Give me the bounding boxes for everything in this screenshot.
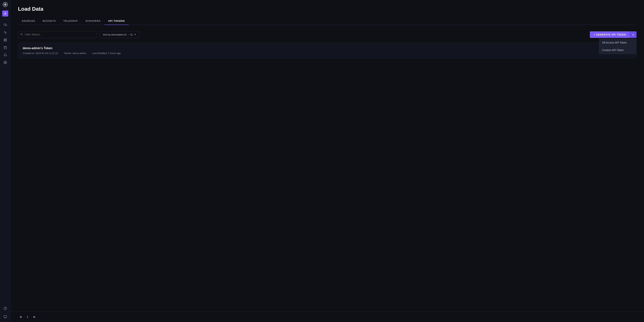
app-logo — [2, 2, 8, 8]
sidebar-item-tasks[interactable] — [2, 44, 8, 51]
dropdown-item-all-access[interactable]: All Access API Token — [599, 39, 636, 46]
page-number: 1 — [25, 314, 30, 319]
sidebar-item-pages[interactable] — [2, 313, 8, 320]
tab-telegraf[interactable]: TELEGRAF — [60, 17, 82, 25]
generate-api-token-caret[interactable]: ▲ — [630, 31, 636, 38]
svg-point-17 — [20, 33, 22, 35]
tab-buckets[interactable]: BUCKETS — [39, 17, 60, 25]
tabs-bar: SOURCES BUCKETS TELEGRAF SCRAPERS API TO… — [18, 17, 636, 25]
svg-rect-4 — [6, 39, 6, 40]
page-title: Load Data — [18, 6, 636, 12]
sidebar-item-explorer[interactable] — [2, 29, 8, 36]
svg-rect-3 — [4, 39, 5, 40]
token-list: demo-admin's Token Created at: 2024-01-0… — [18, 43, 636, 60]
next-page-button[interactable]: ▶ — [32, 314, 37, 319]
svg-rect-14 — [4, 315, 6, 317]
caret-up-icon: ▲ — [632, 33, 634, 36]
sidebar-item-dashboards[interactable] — [2, 37, 8, 43]
svg-rect-5 — [6, 40, 6, 41]
tab-sources[interactable]: SOURCES — [18, 17, 39, 25]
search-wrapper — [18, 31, 97, 38]
sort-label: Sort by Description (A → Z) — [103, 33, 132, 36]
sidebar: d — [0, 0, 10, 322]
user-avatar[interactable]: d — [2, 11, 8, 17]
dropdown-item-custom[interactable]: Custom API Token — [599, 46, 636, 54]
generate-btn-label: + GENERATE API TOKEN — [594, 33, 626, 36]
sidebar-item-upload[interactable] — [2, 22, 8, 28]
sidebar-divider-top — [2, 20, 8, 20]
toolbar: Sort by Description (A → Z) ▼ + GENERATE… — [18, 31, 636, 38]
token-created-at: Created at: 2024-01-04 11:21:12 — [23, 52, 58, 55]
search-icon — [20, 33, 23, 36]
main-content: Load Data SOURCES BUCKETS TELEGRAF SCRAP… — [10, 0, 644, 322]
chevron-down-icon: ▼ — [134, 33, 136, 36]
table-row[interactable]: demo-admin's Token Created at: 2024-01-0… — [18, 43, 636, 59]
tab-scrapers[interactable]: SCRAPERS — [82, 17, 104, 25]
tab-api-tokens[interactable]: API TOKENS — [104, 17, 129, 25]
sidebar-bottom — [2, 305, 8, 320]
prev-page-button[interactable]: ◀ — [18, 314, 23, 319]
svg-line-18 — [22, 35, 23, 35]
svg-rect-7 — [4, 46, 6, 49]
sort-dropdown[interactable]: Sort by Description (A → Z) ▼ — [100, 31, 140, 38]
pagination: ◀ 1 ▶ — [10, 311, 644, 322]
svg-point-11 — [5, 62, 6, 63]
sidebar-item-settings[interactable] — [2, 59, 8, 66]
generate-btn-wrapper: + GENERATE API TOKEN ▲ All Access API To… — [590, 31, 636, 38]
sidebar-item-alerts[interactable] — [2, 52, 8, 58]
search-input[interactable] — [18, 31, 97, 38]
sidebar-item-help[interactable] — [2, 305, 8, 312]
svg-point-1 — [5, 4, 6, 5]
token-last-modified: Last Modified: 2 hours ago — [92, 52, 121, 55]
generate-dropdown-menu: All Access API Token Custom API Token — [599, 39, 636, 54]
generate-api-token-button[interactable]: + GENERATE API TOKEN — [590, 31, 630, 38]
token-owner: Owner: demo-admin — [64, 52, 86, 55]
svg-rect-6 — [4, 40, 5, 41]
token-meta: Created at: 2024-01-04 11:21:12 Owner: d… — [23, 52, 632, 55]
token-name: demo-admin's Token — [23, 47, 632, 50]
